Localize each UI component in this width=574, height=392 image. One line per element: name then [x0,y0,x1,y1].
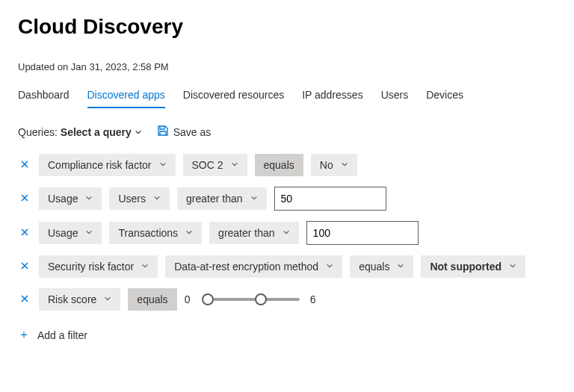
filter-field[interactable]: Risk score [39,288,120,311]
filter-value[interactable]: Not supported [421,255,525,278]
remove-filter-button[interactable] [18,293,31,305]
filter-field-label: Security risk factor [48,261,134,273]
filter-operator-label: equals [264,159,294,171]
tab-discovered-apps[interactable]: Discovered apps [87,86,165,108]
filter-subfield[interactable]: Users [109,187,170,210]
filter-value-input[interactable] [306,221,419,245]
chevron-down-icon [153,194,161,202]
filter-subfield-label: Transactions [118,227,178,239]
add-filter-button[interactable]: ＋ Add a filter [18,327,87,343]
slider-track[interactable] [203,298,300,301]
remove-filter-button[interactable] [18,193,31,205]
slider-thumb-low[interactable] [202,293,214,305]
chevron-down-icon [341,161,348,168]
close-icon [20,228,29,237]
filter-field[interactable]: Usage [39,187,102,210]
chevron-down-icon [250,194,258,202]
filter-value[interactable]: No [311,154,357,176]
chevron-down-icon [141,262,149,270]
filter-field[interactable]: Security risk factor [39,255,158,278]
filters-list: Compliance risk factorSOC 2equalsNoUsage… [18,154,556,311]
remove-filter-button[interactable] [18,227,31,239]
chevron-down-icon [85,228,93,236]
chevron-down-icon [326,262,333,270]
filter-row: Risk scoreequals06 [18,288,556,311]
filter-row: Compliance risk factorSOC 2equalsNo [18,154,556,176]
chevron-down-icon [283,228,290,236]
filter-row: UsageUsersgreater than [18,187,556,211]
queries-select-label: Select a query [61,126,132,138]
filter-subfield-label: Users [118,193,146,205]
filter-operator[interactable]: greater than [209,222,299,244]
filter-subfield[interactable]: Data-at-rest encryption method [165,255,342,278]
tab-devices[interactable]: Devices [426,86,463,108]
queries-label: Queries: [18,126,58,138]
filter-operator[interactable]: greater than [177,187,267,210]
plus-icon: ＋ [18,327,30,343]
filter-value-label: No [320,159,333,171]
filter-field-label: Usage [48,227,78,239]
tab-discovered-resources[interactable]: Discovered resources [183,86,284,108]
slider-max-label: 6 [310,293,318,305]
save-as-label: Save as [173,126,212,138]
filter-row: UsageTransactionsgreater than [18,221,556,245]
chevron-down-icon [509,262,516,270]
slider-min-label: 0 [185,293,192,305]
filter-operator-label: equals [359,261,389,273]
tab-dashboard[interactable]: Dashboard [18,86,70,108]
filter-subfield[interactable]: Transactions [109,222,202,244]
chevron-down-icon [104,295,111,302]
page-title: Cloud Discovery [18,15,556,39]
chevron-down-icon [231,161,238,168]
filter-subfield[interactable]: SOC 2 [183,154,247,176]
remove-filter-button[interactable] [18,159,31,171]
filter-value-input[interactable] [274,187,386,211]
filter-subfield-label: Data-at-rest encryption method [174,261,318,273]
filter-field[interactable]: Compliance risk factor [39,154,176,176]
filter-value-label: Not supported [430,261,502,273]
tab-users[interactable]: Users [381,86,409,108]
filter-operator[interactable]: equals [255,154,303,176]
save-as-button[interactable]: Save as [157,125,212,139]
chevron-down-icon [159,161,167,168]
close-icon [20,294,29,303]
filter-field-label: Risk score [48,293,96,305]
queries-row: Queries: Select a query Save as [18,125,556,139]
chevron-down-icon [135,128,142,136]
risk-score-slider: 06 [185,293,318,305]
add-filter-label: Add a filter [37,329,87,341]
filter-operator[interactable]: equals [128,288,176,311]
chevron-down-icon [185,228,193,236]
chevron-down-icon [397,262,404,270]
filter-operator-label: greater than [186,193,243,205]
close-icon [20,160,29,169]
filter-field[interactable]: Usage [39,222,102,244]
filter-row: Security risk factorData-at-rest encrypt… [18,255,556,278]
filter-subfield-label: SOC 2 [192,159,223,171]
filter-operator[interactable]: equals [350,255,413,278]
chevron-down-icon [85,194,93,202]
filter-field-label: Usage [48,193,78,205]
updated-timestamp: Updated on Jan 31, 2023, 2:58 PM [18,61,556,72]
filter-operator-label: greater than [218,227,275,239]
save-icon [157,125,169,139]
tab-ip-addresses[interactable]: IP addresses [302,86,362,108]
remove-filter-button[interactable] [18,261,31,273]
close-icon [20,261,29,270]
queries-select[interactable]: Select a query [61,126,142,138]
close-icon [20,193,29,202]
tab-bar: DashboardDiscovered appsDiscovered resou… [18,86,556,108]
slider-thumb-high[interactable] [255,293,267,305]
filter-field-label: Compliance risk factor [48,159,152,171]
filter-operator-label: equals [137,293,167,305]
